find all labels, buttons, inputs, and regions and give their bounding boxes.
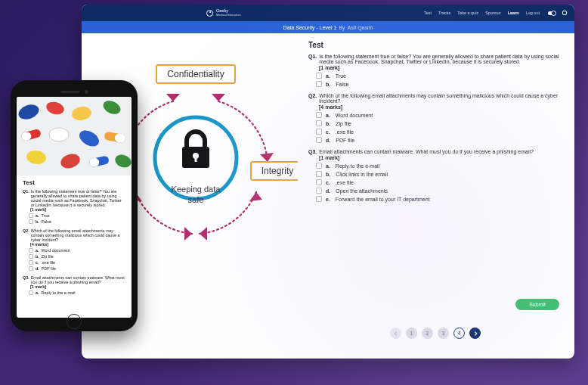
app-topbar: Geeky Medical Education Test Tracks Take… [82, 5, 574, 21]
question-number: Q1. [23, 189, 29, 207]
option-label: False [336, 82, 348, 87]
nav-tracks[interactable]: Tracks [438, 11, 450, 15]
checkbox-icon[interactable] [316, 112, 322, 118]
pager-4[interactable]: 4 [453, 328, 465, 339]
answer-option[interactable]: b. Zip file [29, 254, 125, 259]
checkbox-icon[interactable] [316, 120, 322, 126]
checkbox-icon[interactable] [29, 260, 33, 265]
option-label: True [42, 213, 50, 218]
option-label: Reply to the e-mail [42, 290, 76, 295]
option-label: .exe file [42, 260, 56, 265]
phone-mock: Test Q1. Is the following statement true… [11, 80, 138, 331]
mobile-question: Q1. Is the following statement true or f… [23, 189, 125, 224]
answer-option[interactable]: d.PDF file [316, 137, 562, 143]
menu-icon[interactable] [562, 11, 567, 15]
question-text: Which of the following email attachments… [319, 93, 562, 104]
pager-3[interactable]: 3 [438, 328, 449, 339]
answer-option[interactable]: a. True [29, 213, 125, 218]
nav-test[interactable]: Test [424, 11, 432, 15]
svg-text:Integrity: Integrity [262, 166, 294, 176]
option-label: Word document [42, 248, 70, 253]
answer-option[interactable]: e.Forward the email to your IT departmen… [316, 196, 562, 202]
checkbox-icon[interactable] [29, 290, 33, 295]
option-letter: d. [326, 188, 330, 194]
option-letter: a. [36, 248, 39, 253]
mobile-question: Q2. Which of the following email attachm… [23, 228, 125, 271]
brand[interactable]: Geeky Medical Education [206, 9, 241, 17]
answer-option[interactable]: a.True [316, 73, 562, 79]
camera-icon [85, 90, 88, 94]
course-author: Asif Qasim [348, 25, 373, 30]
submit-button[interactable]: Submit [515, 299, 559, 310]
question-text: Is the following statement true or false… [319, 54, 562, 64]
question-marks: [4 marks] [319, 104, 562, 110]
answer-option[interactable]: d. PDF file [29, 266, 125, 271]
option-letter: b. [36, 219, 39, 224]
option-label: Zip file [336, 121, 351, 126]
home-button-icon[interactable] [67, 314, 82, 329]
option-label: Word document [336, 113, 373, 118]
svg-point-2 [193, 153, 199, 159]
option-label: Forward the email to your IT department [336, 197, 430, 202]
checkbox-icon[interactable] [316, 188, 322, 194]
svg-rect-14 [156, 65, 235, 83]
option-label: Zip file [42, 254, 54, 259]
brand-name: Geeky [216, 9, 241, 14]
mobile-test-panel: Test Q1. Is the following statement true… [17, 175, 132, 306]
question-marks: [1 mark] [319, 155, 562, 160]
answer-option[interactable]: c..exe file [316, 179, 562, 185]
answer-option[interactable]: b.False [316, 81, 562, 87]
question-text: Email attachments can contain malware. W… [31, 275, 125, 284]
account-toggle-icon[interactable] [548, 11, 556, 15]
mobile-test-heading: Test [23, 179, 125, 186]
question-number: Q2. [23, 228, 29, 242]
answer-option[interactable]: b.Zip file [316, 120, 562, 126]
question-text: Email attachments can contain malware. W… [319, 149, 534, 154]
nav-learn[interactable]: Learn [508, 11, 519, 15]
answer-option[interactable]: c. .exe file [29, 260, 125, 265]
answer-option[interactable]: a.Reply to the e-mail [316, 163, 562, 169]
answer-option[interactable]: b.Click links in the email [316, 171, 562, 177]
pager-next[interactable] [469, 328, 481, 339]
checkbox-icon[interactable] [316, 196, 322, 202]
pager-prev[interactable] [390, 328, 401, 339]
answer-option[interactable]: b. False [29, 219, 125, 224]
option-letter: a. [326, 113, 330, 118]
svg-rect-1 [182, 147, 209, 168]
option-letter: a. [326, 73, 330, 79]
question-marks: [1 mark] [30, 284, 125, 289]
answer-option[interactable]: a.Word document [316, 112, 562, 118]
checkbox-icon[interactable] [316, 179, 322, 185]
checkbox-icon[interactable] [29, 254, 33, 259]
pager: 1 2 3 4 [308, 328, 562, 339]
option-label: True [336, 73, 346, 79]
nav-sponsor[interactable]: Sponsor [485, 11, 501, 15]
option-label: Reply to the e-mail [336, 163, 379, 169]
checkbox-icon[interactable] [316, 81, 322, 87]
option-letter: c. [36, 260, 39, 265]
svg-text:Confidentiality: Confidentiality [167, 69, 224, 79]
nav-quiz[interactable]: Take a quiz [457, 11, 478, 15]
checkbox-icon[interactable] [316, 73, 322, 79]
checkbox-icon[interactable] [29, 213, 33, 218]
pager-2[interactable]: 2 [422, 328, 433, 339]
answer-option[interactable]: a. Reply to the e-mail [29, 290, 125, 295]
checkbox-icon[interactable] [29, 219, 33, 224]
checkbox-icon[interactable] [316, 171, 322, 177]
checkbox-icon[interactable] [29, 248, 33, 253]
nav-logout[interactable]: Log out [526, 11, 540, 15]
pager-1[interactable]: 1 [406, 328, 417, 339]
svg-marker-13 [200, 227, 207, 241]
checkbox-icon[interactable] [316, 163, 322, 169]
checkbox-icon[interactable] [316, 137, 322, 143]
answer-option[interactable]: a. Word document [29, 248, 125, 253]
pills-image [17, 97, 132, 175]
checkbox-icon[interactable] [29, 266, 33, 271]
checkbox-icon[interactable] [316, 129, 322, 135]
course-titlebar: Data Security - Level 1 By Asif Qasim [82, 21, 574, 33]
question-number: Q1. [308, 54, 317, 64]
option-letter: b. [326, 172, 330, 177]
answer-option[interactable]: d.Open the attachments [316, 188, 562, 194]
option-letter: a. [326, 163, 330, 169]
answer-option[interactable]: c..exe file [316, 129, 562, 135]
